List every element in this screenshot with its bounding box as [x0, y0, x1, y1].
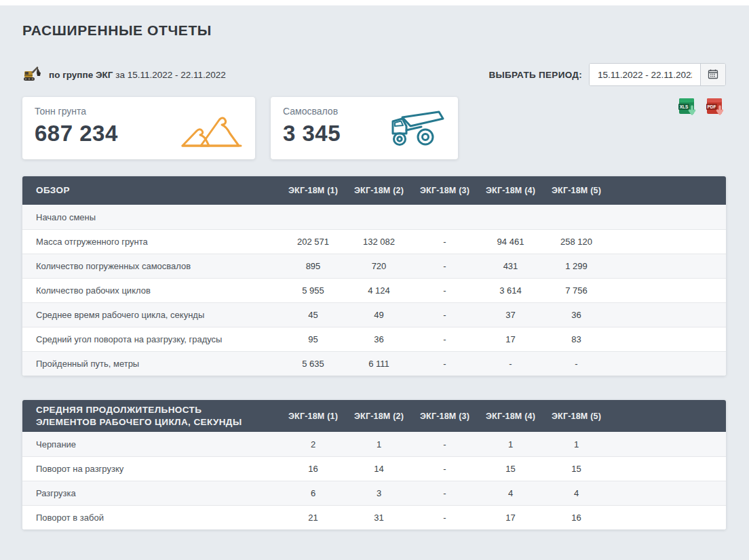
row-value: 720 — [346, 261, 412, 271]
row-value: 1 — [478, 439, 543, 449]
period-input-group — [589, 63, 726, 86]
row-label: Количество погруженных самосвалов — [22, 261, 280, 271]
row-label: Количество рабочих циклов — [22, 285, 280, 296]
card-tons-value: 687 234 — [35, 121, 118, 146]
row-label: Поворот в забой — [22, 513, 280, 523]
dump-truck-icon — [386, 108, 446, 151]
row-value: 4 124 — [346, 285, 412, 296]
row-value: 94 461 — [478, 237, 543, 247]
column-header-1: ЭКГ-18М (1) — [280, 186, 346, 195]
row-value: - — [412, 237, 478, 247]
row-value: 21 — [280, 513, 346, 523]
row-value: 1 299 — [543, 261, 609, 271]
export-pdf-button[interactable]: PDF — [706, 97, 726, 120]
row-value: 7 756 — [543, 285, 609, 296]
row-value: - — [412, 261, 478, 271]
report-period-text: за 15.11.2022 - 22.11.2022 — [115, 70, 226, 80]
period-input[interactable] — [590, 64, 700, 85]
row-value: - — [412, 513, 478, 523]
row-value: 1 — [346, 439, 412, 449]
table-header: ОБЗОР ЭКГ-18М (1)ЭКГ-18М (2)ЭКГ-18М (3)Э… — [22, 176, 726, 205]
row-value: 1 — [543, 439, 609, 449]
cycle-duration-table: СРЕДНЯЯ ПРОДОЛЖИТЕЛЬНОСТЬ ЭЛЕМЕНТОВ РАБО… — [22, 400, 726, 529]
row-value: 14 — [346, 464, 412, 474]
table-row: Масса отгруженного грунта202 571132 082-… — [22, 229, 726, 254]
card-trucks-value: 3 345 — [283, 121, 341, 146]
row-value: 6 111 — [346, 359, 412, 369]
calendar-button[interactable] — [700, 64, 725, 85]
row-label: Начало смены — [22, 212, 280, 222]
row-value: 895 — [280, 261, 346, 271]
card-tons: Тонн грунта 687 234 — [22, 97, 255, 159]
table-header: СРЕДНЯЯ ПРОДОЛЖИТЕЛЬНОСТЬ ЭЛЕМЕНТОВ РАБО… — [22, 400, 726, 432]
mountain-icon — [180, 111, 243, 151]
bottom-space — [22, 529, 726, 554]
card-trucks-label: Самосвалов — [283, 106, 341, 117]
card-tons-text: Тонн грунта 687 234 — [35, 106, 118, 153]
row-value: 5 955 — [280, 285, 346, 296]
column-header-1: ЭКГ-18М (1) — [280, 412, 346, 421]
row-label: Пройденный путь, метры — [22, 359, 280, 369]
table-row: Поворот на разгрузку1614-1515 — [22, 456, 726, 481]
column-header-3: ЭКГ-18М (3) — [412, 186, 478, 195]
table-title: СРЕДНЯЯ ПРОДОЛЖИТЕЛЬНОСТЬ ЭЛЕМЕНТОВ РАБО… — [22, 404, 280, 428]
row-value: 83 — [543, 334, 609, 344]
overview-table: ОБЗОР ЭКГ-18М (1)ЭКГ-18М (2)ЭКГ-18М (3)Э… — [22, 176, 726, 376]
row-value: 45 — [280, 310, 346, 320]
column-header-4: ЭКГ-18М (4) — [478, 412, 543, 421]
report-group-label: по группе ЭКГ — [49, 70, 113, 80]
row-value: - — [412, 359, 478, 369]
row-value: - — [478, 359, 543, 369]
top-strip — [0, 0, 749, 5]
row-value: 132 082 — [346, 237, 412, 247]
column-header-5: ЭКГ-18М (5) — [543, 412, 609, 421]
info-row: по группе ЭКГ за 15.11.2022 - 22.11.2022… — [22, 63, 726, 86]
table-row: Начало смены — [22, 205, 726, 229]
table-body: Начало сменыМасса отгруженного грунта202… — [22, 205, 726, 376]
summary-cards-row: Тонн грунта 687 234 Самосвалов 3 345 — [22, 97, 726, 159]
card-tons-label: Тонн грунта — [35, 106, 118, 117]
export-xls-button[interactable]: XLS — [678, 97, 698, 120]
row-value: - — [412, 310, 478, 320]
calendar-icon — [708, 68, 718, 81]
row-value: - — [412, 464, 478, 474]
table-row: Среднее время рабочего цикла, секунды454… — [22, 302, 726, 327]
column-header-5: ЭКГ-18М (5) — [543, 186, 609, 195]
row-value: 15 — [478, 464, 543, 474]
page-title: РАСШИРЕННЫЕ ОТЧЕТЫ — [22, 22, 726, 39]
row-value: 3 614 — [478, 285, 543, 296]
row-value: - — [412, 488, 478, 498]
row-value: 36 — [543, 310, 609, 320]
table-row: Пройденный путь, метры5 6356 111--- — [22, 351, 726, 376]
row-value: - — [412, 334, 478, 344]
row-value: 95 — [280, 334, 346, 344]
table-row: Количество рабочих циклов5 9554 124-3 61… — [22, 278, 726, 302]
column-header-2: ЭКГ-18М (2) — [346, 186, 412, 195]
row-label: Масса отгруженного грунта — [22, 237, 280, 247]
xls-label: XLS — [680, 104, 689, 109]
row-value: 6 — [280, 488, 346, 498]
row-label: Поворот на разгрузку — [22, 464, 280, 474]
row-value: 4 — [478, 488, 543, 498]
table-row: Средний угол поворота на разгрузку, град… — [22, 327, 726, 351]
export-buttons: XLS PDF — [678, 97, 726, 120]
row-value: - — [412, 439, 478, 449]
card-trucks: Самосвалов 3 345 — [271, 97, 458, 159]
period-selector-label: ВЫБРАТЬ ПЕРИОД: — [488, 70, 582, 80]
column-header-4: ЭКГ-18М (4) — [478, 186, 543, 195]
row-value: - — [412, 285, 478, 296]
row-label: Разгрузка — [22, 488, 280, 498]
row-value: 49 — [346, 310, 412, 320]
row-value: 16 — [280, 464, 346, 474]
table-row: Черпание21-11 — [22, 432, 726, 456]
row-value: 3 — [346, 488, 412, 498]
row-value: 202 571 — [280, 237, 346, 247]
row-value: 431 — [478, 261, 543, 271]
row-value: 5 635 — [280, 359, 346, 369]
row-value: 16 — [543, 513, 609, 523]
column-header-2: ЭКГ-18М (2) — [346, 412, 412, 421]
row-value: 36 — [346, 334, 412, 344]
table-title: ОБЗОР — [22, 184, 280, 197]
report-scope: по группе ЭКГ за 15.11.2022 - 22.11.2022 — [22, 64, 226, 85]
table-row: Поворот в забой2131-1716 — [22, 505, 726, 529]
